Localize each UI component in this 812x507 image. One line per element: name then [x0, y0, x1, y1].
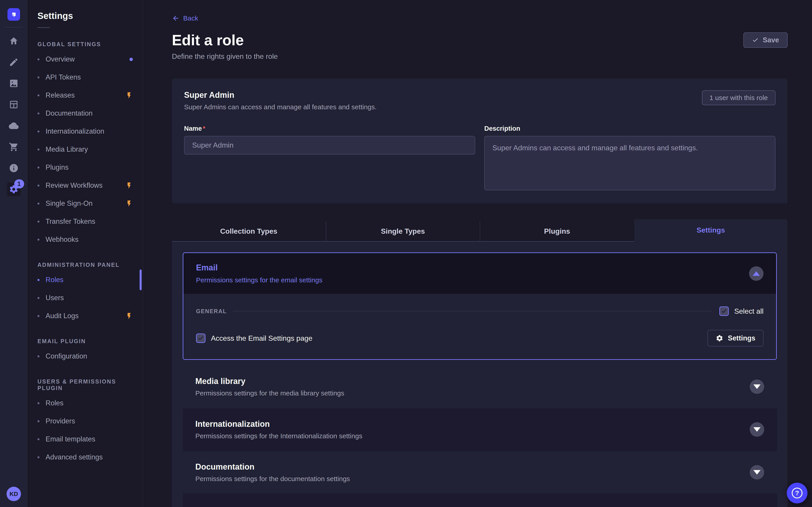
rail-item-media-library[interactable] [7, 76, 20, 90]
accordion-title: Internationalization [195, 419, 362, 429]
page-title: Edit a role [172, 32, 244, 49]
subnav-item-label: Releases [46, 91, 75, 99]
subnav-item-label: Single Sign-On [46, 200, 93, 208]
subnav-item-overview[interactable]: Overview [28, 50, 143, 68]
select-all-checkbox[interactable]: Select all [719, 306, 763, 316]
subnav-section-heading: USERS & PERMISSIONS PLUGIN [38, 378, 133, 391]
bullet-icon [38, 355, 40, 357]
back-label: Back [183, 14, 198, 22]
rail-menu: 1 [0, 34, 27, 196]
subnav-item-label: Email templates [46, 435, 95, 443]
bullet-icon [38, 297, 40, 299]
rail-item-marketplace[interactable] [7, 140, 20, 154]
subnav-sections: GLOBAL SETTINGSOverviewAPI TokensRelease… [28, 41, 143, 466]
email-settings-button[interactable]: Settings [708, 330, 763, 347]
bullet-icon [38, 167, 40, 169]
main-nav-rail: 1 KD [0, 0, 28, 507]
rail-divider [4, 27, 23, 27]
collapse-email-button[interactable] [749, 266, 763, 281]
bullet-icon [38, 112, 40, 114]
accordion-internationalization[interactable]: InternationalizationPermissions settings… [183, 408, 777, 451]
name-field-group: Name* [184, 125, 475, 191]
rail-item-documentation[interactable] [7, 161, 20, 175]
tab-single-types[interactable]: Single Types [326, 221, 480, 241]
rail-item-cloud[interactable] [7, 119, 20, 132]
subnav-item-plugins[interactable]: Plugins [28, 158, 143, 176]
strapi-logo-icon [9, 10, 18, 19]
subnav-item-single-sign-on[interactable]: Single Sign-On [28, 194, 143, 213]
subnav-section-heading: EMAIL PLUGIN [38, 338, 133, 344]
subnav-item-advanced-settings[interactable]: Advanced settings [28, 448, 143, 466]
accordion-titles: DocumentationPermissions settings for th… [195, 462, 350, 483]
subnav-item-label: Review Workflows [46, 181, 103, 189]
subnav-item-roles[interactable]: Roles [28, 394, 143, 412]
subnav-item-media-library[interactable]: Media Library [28, 140, 143, 158]
checkbox-checked-icon [719, 306, 729, 316]
user-avatar[interactable]: KD [6, 487, 21, 501]
subnav-item-users[interactable]: Users [28, 289, 143, 307]
marketplace-icon [9, 142, 19, 152]
app-window: 1 KD Settings GLOBAL SETTINGSOverviewAPI… [0, 0, 812, 507]
subnav-list: Configuration [28, 347, 143, 365]
users-with-role-button[interactable]: 1 user with this role [702, 90, 775, 105]
expand-documentation-button[interactable] [750, 465, 764, 480]
subnav-item-releases[interactable]: Releases [28, 86, 143, 104]
rail-item-home[interactable] [7, 34, 20, 48]
access-email-settings-label: Access the Email Settings page [211, 334, 312, 342]
documentation-icon [9, 163, 19, 173]
help-button[interactable]: ? [787, 483, 808, 503]
expand-media-library-button[interactable] [750, 380, 764, 394]
subnav-item-roles[interactable]: Roles [28, 271, 143, 289]
content-manager-icon [9, 57, 19, 67]
rail-item-content-manager[interactable] [7, 55, 20, 69]
access-email-settings-checkbox[interactable]: Access the Email Settings page [196, 334, 312, 343]
subnav-item-label: Documentation [46, 109, 93, 117]
description-label: Description [484, 125, 775, 132]
notification-badge: 1 [14, 179, 24, 188]
subnav-item-label: Roles [46, 399, 63, 407]
accordion-media-library[interactable]: Media libraryPermissions settings for th… [183, 365, 777, 408]
tab-collection-types[interactable]: Collection Types [172, 221, 326, 241]
subnav-section-heading: ADMINISTRATION PANEL [38, 262, 133, 268]
subnav-item-api-tokens[interactable]: API Tokens [28, 68, 143, 86]
subnav-item-configuration[interactable]: Configuration [28, 347, 143, 365]
subnav-item-transfer-tokens[interactable]: Transfer Tokens [28, 213, 143, 230]
rail-item-settings[interactable]: 1 [7, 182, 20, 196]
subnav-item-label: Audit Logs [46, 312, 79, 320]
back-link[interactable]: Back [172, 14, 198, 22]
accordion-title: Documentation [195, 462, 350, 471]
role-description-input[interactable]: Super Admins can access and manage all f… [484, 136, 775, 190]
lightning-bolt-icon [125, 312, 133, 320]
bullet-icon [38, 456, 40, 458]
tab-plugins[interactable]: Plugins [480, 221, 634, 241]
rail-item-content-type-builder[interactable] [7, 98, 20, 111]
accordion-subtitle: Permissions settings for the documentati… [195, 475, 350, 483]
email-accordion-title: Email [196, 263, 322, 272]
accordion-plugins-and-marketplace[interactable]: Plugins and marketplace [183, 494, 777, 507]
subnav-item-label: Media Library [46, 145, 88, 154]
name-label: Name* [184, 125, 475, 132]
accordion-documentation[interactable]: DocumentationPermissions settings for th… [183, 451, 777, 494]
description-field-group: Description Super Admins can access and … [484, 125, 775, 191]
email-accordion-body: GENERAL Select all Access the Email Sett… [184, 294, 776, 359]
subnav-item-internationalization[interactable]: Internationalization [28, 122, 143, 140]
subnav-item-label: API Tokens [46, 73, 81, 81]
subnav-item-webhooks[interactable]: Webhooks [28, 230, 143, 248]
strapi-logo[interactable] [7, 8, 20, 21]
role-name-input[interactable] [184, 136, 475, 155]
subnav-item-email-templates[interactable]: Email templates [28, 430, 143, 448]
cloud-icon [9, 121, 19, 131]
chevron-down-icon [753, 384, 761, 389]
save-button[interactable]: Save [744, 33, 788, 48]
general-permissions-row: GENERAL Select all [196, 306, 763, 316]
chevron-down-icon [753, 470, 761, 474]
role-details-card: Super Admin Super Admins can access and … [172, 78, 788, 204]
subnav-item-audit-logs[interactable]: Audit Logs [28, 307, 143, 325]
subnav-item-review-workflows[interactable]: Review Workflows [28, 176, 143, 194]
expand-internationalization-button[interactable] [750, 422, 764, 437]
tab-settings[interactable]: Settings [634, 219, 788, 241]
email-accordion-header[interactable]: Email Permissions settings for the email… [184, 253, 776, 294]
general-divider-line [233, 311, 712, 312]
subnav-item-documentation[interactable]: Documentation [28, 104, 143, 122]
subnav-item-providers[interactable]: Providers [28, 412, 143, 430]
